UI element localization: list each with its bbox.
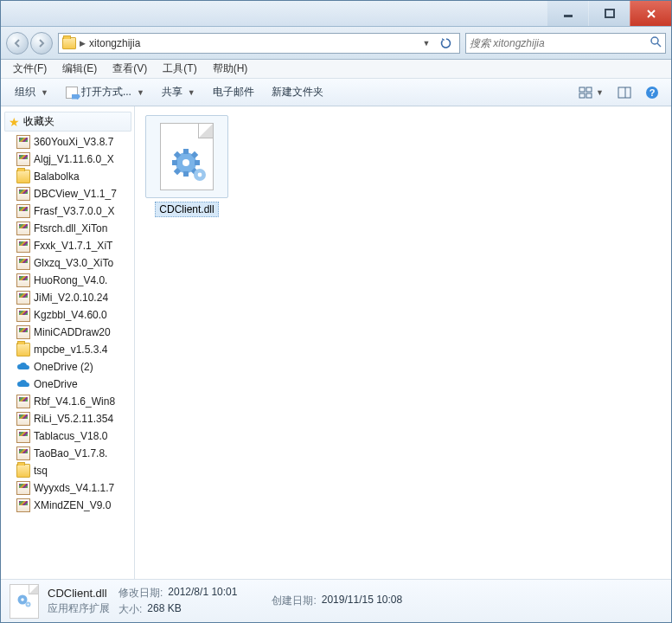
sidebar-item[interactable]: RiLi_V5.2.11.354: [16, 410, 134, 427]
chevron-down-icon: ▼: [41, 88, 48, 97]
email-label: 电子邮件: [213, 85, 254, 100]
organize-button[interactable]: 组织 ▼: [8, 82, 55, 102]
size-value: 268 KB: [147, 602, 181, 617]
sidebar-item[interactable]: DBCView_V1.1_7: [16, 185, 134, 202]
sidebar-item[interactable]: OneDrive (2): [16, 358, 134, 376]
file-thumbnail: [145, 115, 228, 198]
minimize-button[interactable]: [547, 1, 588, 26]
open-with-button[interactable]: 打开方式... ▼: [59, 82, 151, 102]
organize-label: 组织: [15, 85, 35, 100]
sidebar-item[interactable]: Fxxk_V1.7.1_XiT: [16, 237, 134, 254]
menu-file[interactable]: 文件(F): [6, 60, 54, 78]
sidebar-item[interactable]: Frasf_V3.7.0.0_X: [16, 202, 134, 220]
svg-rect-7: [586, 93, 592, 98]
file-item[interactable]: CDClient.dll: [144, 115, 230, 217]
sidebar-item-label: Fxxk_V1.7.1_XiT: [34, 240, 112, 252]
details-pane: CDClient.dll 应用程序扩展 修改日期: 2012/8/1 10:01…: [1, 579, 671, 622]
favorites-header[interactable]: ★ 收藏夹: [4, 112, 131, 132]
svg-rect-14: [183, 171, 189, 177]
svg-rect-16: [195, 160, 200, 165]
sidebar-item-label: JiMi_V2.0.10.24: [34, 292, 108, 304]
archive-icon: [16, 135, 30, 149]
address-dropdown[interactable]: ▼: [419, 39, 433, 48]
svg-point-2: [651, 37, 658, 44]
sidebar-item[interactable]: Ftsrch.dll_XiTon: [16, 220, 134, 237]
sidebar-item[interactable]: OneDrive: [16, 376, 134, 393]
sidebar-item-label: mpcbe_v1.5.3.4: [34, 344, 107, 356]
favorites-tree: 360YouXi_V3.8.7Algj_V1.11.6.0_XBalabolka…: [4, 133, 134, 514]
address-field[interactable]: ▶ xitongzhijia ▼: [58, 33, 460, 54]
sidebar-item-label: Kgzbbl_V4.60.0: [34, 309, 107, 321]
details-file-icon: [10, 584, 39, 619]
maximize-button[interactable]: [588, 1, 630, 26]
forward-button[interactable]: [30, 32, 53, 55]
command-bar: 组织 ▼ 打开方式... ▼ 共享 ▼ 电子邮件 新建文件夹 ▼ ?: [1, 79, 671, 106]
sidebar-item-label: XMindZEN_V9.0: [34, 499, 111, 511]
archive-icon: [16, 446, 30, 460]
sidebar-item-label: DBCView_V1.1_7: [34, 188, 117, 200]
svg-rect-0: [564, 15, 573, 17]
svg-rect-4: [579, 87, 585, 92]
sidebar-item-label: MiniCADDraw20: [34, 326, 111, 338]
details-name: CDClient.dll: [48, 587, 110, 600]
help-button[interactable]: ?: [640, 83, 664, 102]
share-button[interactable]: 共享 ▼: [155, 82, 202, 102]
open-with-label: 打开方式...: [81, 85, 131, 100]
sidebar-item-label: Tablacus_V18.0: [34, 430, 107, 442]
sidebar-item[interactable]: Algj_V1.11.6.0_X: [16, 151, 134, 168]
sidebar-item-label: Frasf_V3.7.0.0_X: [34, 205, 114, 217]
close-button[interactable]: [630, 1, 671, 26]
sidebar-item[interactable]: 360YouXi_V3.8.7: [16, 133, 134, 151]
explorer-window: ▶ xitongzhijia ▼ 文件(F) 编辑(E) 查看(V) 工具(T)…: [0, 0, 672, 623]
created-label: 创建日期:: [272, 594, 316, 608]
view-options-button[interactable]: ▼: [573, 84, 609, 101]
sidebar-item-label: Rbf_V4.1.6_Win8: [34, 395, 115, 408]
refresh-button[interactable]: [437, 37, 456, 49]
search-box[interactable]: [465, 33, 666, 54]
sidebar-item[interactable]: tsq: [16, 462, 134, 479]
svg-rect-8: [618, 87, 630, 98]
menu-help[interactable]: 帮助(H): [206, 60, 255, 78]
sidebar-item[interactable]: Wyyxds_V4.1.1.7: [16, 479, 134, 497]
svg-text:?: ?: [650, 87, 656, 98]
sidebar-item-label: OneDrive (2): [34, 361, 93, 373]
details-name-block: CDClient.dll 应用程序扩展: [48, 587, 110, 616]
sidebar-item[interactable]: JiMi_V2.0.10.24: [16, 289, 134, 306]
back-button[interactable]: [6, 32, 29, 55]
content-area[interactable]: CDClient.dll: [135, 106, 671, 579]
sidebar-item-label: Wyyxds_V4.1.1.7: [34, 482, 114, 494]
email-button[interactable]: 电子邮件: [206, 82, 261, 102]
preview-pane-button[interactable]: [612, 84, 637, 101]
sidebar-item[interactable]: HuoRong_V4.0.: [16, 272, 134, 289]
svg-point-21: [182, 159, 189, 166]
cloud-icon: [16, 377, 30, 391]
details-type: 应用程序扩展: [48, 601, 110, 616]
archive-icon: [16, 412, 30, 426]
share-label: 共享: [162, 85, 182, 100]
sidebar-item[interactable]: TaoBao_V1.7.8.: [16, 445, 134, 462]
title-bar: [1, 1, 671, 27]
sidebar-item[interactable]: Glxzq_V3.0_XiTo: [16, 254, 134, 272]
archive-icon: [16, 308, 30, 322]
sidebar-item[interactable]: mpcbe_v1.5.3.4: [16, 341, 134, 358]
archive-icon: [16, 395, 30, 408]
sidebar-item[interactable]: XMindZEN_V9.0: [16, 497, 134, 514]
sidebar-item[interactable]: Balabolka: [16, 168, 134, 185]
search-input[interactable]: [470, 37, 650, 49]
sidebar-item[interactable]: Rbf_V4.1.6_Win8: [16, 393, 134, 410]
menu-edit[interactable]: 编辑(E): [55, 60, 104, 78]
new-folder-button[interactable]: 新建文件夹: [265, 82, 330, 102]
created-value: 2019/11/15 10:08: [322, 594, 402, 608]
sidebar-item-label: tsq: [34, 465, 48, 477]
sidebar-item[interactable]: Tablacus_V18.0: [16, 427, 134, 445]
menu-tools[interactable]: 工具(T): [156, 60, 203, 78]
sidebar-item[interactable]: MiniCADDraw20: [16, 324, 134, 341]
svg-point-27: [28, 603, 29, 605]
sidebar-item-label: RiLi_V5.2.11.354: [34, 413, 113, 425]
search-icon[interactable]: [650, 35, 662, 51]
folder-icon: [16, 170, 30, 183]
menu-view[interactable]: 查看(V): [106, 60, 154, 78]
sidebar-item[interactable]: Kgzbbl_V4.60.0: [16, 306, 134, 324]
archive-icon: [16, 291, 30, 305]
folder-icon: [62, 37, 76, 49]
